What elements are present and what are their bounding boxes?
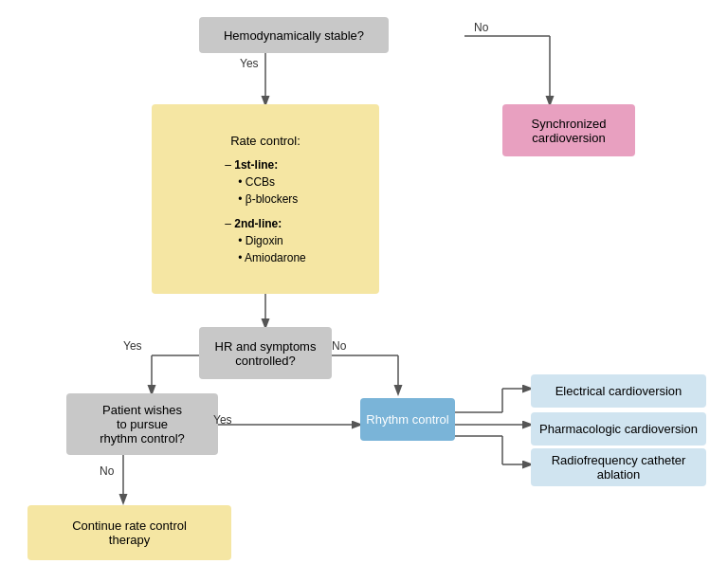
rate-control-amiodarone: • Amiodarone xyxy=(238,249,306,266)
rate-control-ccbs: • CCBs xyxy=(238,173,306,191)
rate-control-1st-line: – 1st-line: xyxy=(225,156,306,173)
no-right-label: No xyxy=(474,21,488,34)
synchronized-cardioversion-node: Synchronized cardioversion xyxy=(502,104,635,156)
rhythm-control-label: Rhythm control xyxy=(366,412,448,427)
rate-control-bblockers: • β-blockers xyxy=(238,191,306,208)
yes-left-label: Yes xyxy=(240,57,259,70)
patient-wishes-node: Patient wishes to pursue rhythm control? xyxy=(66,393,218,455)
rate-control-content: Rate control: – 1st-line: • CCBs • β-blo… xyxy=(213,124,318,274)
yes-patient-label: Yes xyxy=(213,413,232,427)
rate-control-node: Rate control: – 1st-line: • CCBs • β-blo… xyxy=(152,104,379,294)
pharmacologic-cardioversion-label: Pharmacologic cardioversion xyxy=(539,422,698,436)
no-hr-label: No xyxy=(332,339,346,353)
rhythm-control-node: Rhythm control xyxy=(360,398,455,441)
hemodynamically-stable-label: Hemodynamically stable? xyxy=(224,28,364,43)
pharmacologic-cardioversion-node: Pharmacologic cardioversion xyxy=(531,412,706,446)
continue-rate-control-node: Continue rate control therapy xyxy=(27,505,231,560)
rate-control-title: Rate control: xyxy=(225,132,306,151)
no-patient-label: No xyxy=(100,464,114,478)
synchronized-cardioversion-label: Synchronized cardioversion xyxy=(532,117,607,145)
rate-control-digoxin: • Digoxin xyxy=(238,232,306,249)
hr-symptoms-label: HR and symptoms controlled? xyxy=(215,339,317,368)
radiofrequency-node: Radiofrequency catheter ablation xyxy=(531,448,706,486)
yes-hr-label: Yes xyxy=(123,339,142,353)
electrical-cardioversion-node: Electrical cardioversion xyxy=(531,374,706,408)
radiofrequency-label: Radiofrequency catheter ablation xyxy=(552,453,686,482)
hemodynamically-stable-node: Hemodynamically stable? xyxy=(199,17,389,53)
patient-wishes-label: Patient wishes to pursue rhythm control? xyxy=(100,403,185,446)
electrical-cardioversion-label: Electrical cardioversion xyxy=(555,384,682,398)
continue-rate-control-label: Continue rate control therapy xyxy=(72,518,187,547)
rate-control-2nd-line: – 2nd-line: xyxy=(225,215,306,232)
hr-symptoms-node: HR and symptoms controlled? xyxy=(199,327,332,379)
